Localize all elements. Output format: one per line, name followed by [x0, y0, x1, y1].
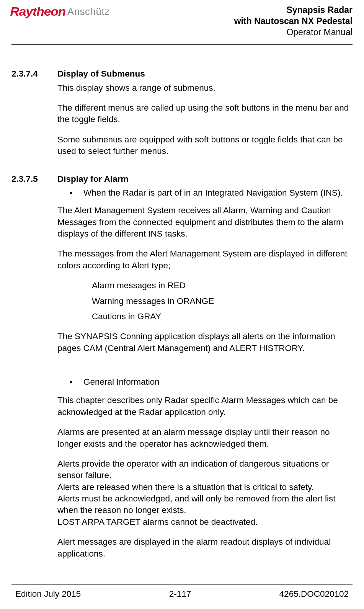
section-2-3-7-5: 2.3.7.5 Display for Alarm • When the Rad… [11, 173, 353, 560]
bullet-item: • When the Radar is part of in an Integr… [70, 187, 353, 199]
list-item: Cautions in GRAY [92, 311, 353, 322]
header-titles: Synapsis Radar with Nautoscan NX Pedesta… [234, 5, 353, 38]
section-2-3-7-4: 2.3.7.4 Display of Submenus This display… [11, 68, 353, 157]
section-number: 2.3.7.4 [11, 68, 57, 80]
section-title: Display of Submenus [57, 68, 145, 80]
section-number: 2.3.7.5 [11, 173, 57, 185]
paragraph: Alert messages are displayed in the alar… [57, 536, 353, 560]
logo-area: Raytheon Anschütz [11, 5, 110, 19]
paragraph: Alarms are presented at an alarm message… [57, 426, 353, 450]
page-footer: Edition July 2015 2-117 4265.DOC020102 [11, 584, 353, 609]
doc-title-line3: Operator Manual [234, 27, 353, 38]
bullet-item: • General Information [70, 376, 353, 388]
section-body: This display shows a range of submenus. … [57, 82, 353, 157]
footer-page-number: 2-117 [169, 589, 191, 599]
section-body: • When the Radar is part of in an Integr… [57, 187, 353, 560]
paragraph: Some submenus are equipped with soft but… [57, 134, 353, 157]
paragraph: The different menus are called up using … [57, 102, 353, 126]
footer-edition: Edition July 2015 [11, 589, 81, 599]
bullet-text: General Information [83, 376, 160, 388]
paragraph: The messages from the Alert Management S… [57, 248, 353, 271]
bullet-text: When the Radar is part of in an Integrat… [83, 187, 343, 199]
color-list: Alarm messages in RED Warning messages i… [92, 280, 353, 322]
section-header: 2.3.7.5 Display for Alarm [11, 173, 353, 185]
bullet-icon: • [70, 376, 83, 388]
section-header: 2.3.7.4 Display of Submenus [11, 68, 353, 80]
doc-title-line2: with Nautoscan NX Pedestal [234, 16, 353, 27]
logo-anschutz: Anschütz [67, 6, 110, 18]
section-title: Display for Alarm [57, 173, 128, 185]
logo-raytheon: Raytheon [10, 5, 66, 19]
list-item: Alarm messages in RED [92, 280, 353, 291]
paragraph: The SYNAPSIS Conning application display… [57, 331, 353, 354]
list-item: Warning messages in ORANGE [92, 296, 353, 307]
paragraph: This chapter describes only Radar specif… [57, 395, 353, 418]
paragraph: The Alert Management System receives all… [57, 205, 353, 240]
content-area: 2.3.7.4 Display of Submenus This display… [11, 68, 353, 584]
footer-doc-id: 4265.DOC020102 [279, 589, 353, 599]
bullet-icon: • [70, 187, 83, 199]
paragraph: This display shows a range of submenus. [57, 82, 353, 94]
paragraph: Alerts provide the operator with an indi… [57, 458, 353, 528]
page: Raytheon Anschütz Synapsis Radar with Na… [0, 0, 364, 609]
doc-title-line1: Synapsis Radar [234, 5, 353, 16]
page-header: Raytheon Anschütz Synapsis Radar with Na… [11, 5, 353, 45]
